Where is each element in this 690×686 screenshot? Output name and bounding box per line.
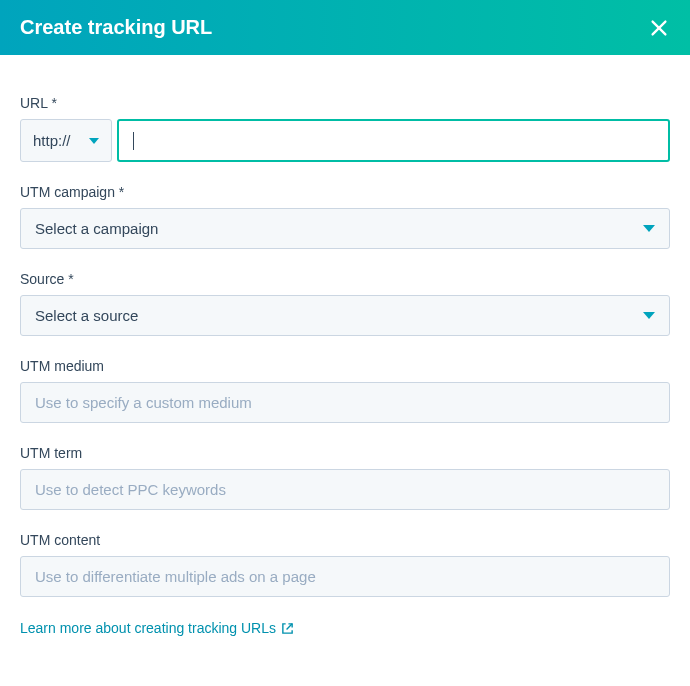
url-group: URL * http:// (20, 95, 670, 162)
url-input[interactable] (117, 119, 670, 162)
modal-header: Create tracking URL (0, 0, 690, 55)
svg-marker-2 (89, 138, 99, 144)
source-placeholder: Select a source (35, 307, 138, 324)
source-label: Source * (20, 271, 670, 287)
source-select[interactable]: Select a source (20, 295, 670, 336)
source-group: Source * Select a source (20, 271, 670, 336)
term-group: UTM term (20, 445, 670, 510)
protocol-value: http:// (33, 132, 71, 149)
campaign-group: UTM campaign * Select a campaign (20, 184, 670, 249)
protocol-select[interactable]: http:// (20, 119, 112, 162)
campaign-select[interactable]: Select a campaign (20, 208, 670, 249)
term-label: UTM term (20, 445, 670, 461)
form-container: URL * http:// UTM campaign * Select a ca… (0, 55, 690, 657)
medium-input[interactable] (20, 382, 670, 423)
close-icon[interactable] (648, 17, 670, 39)
url-row: http:// (20, 119, 670, 162)
campaign-label: UTM campaign * (20, 184, 670, 200)
chevron-down-icon (643, 225, 655, 232)
learn-more-link[interactable]: Learn more about creating tracking URLs (20, 620, 294, 636)
campaign-placeholder: Select a campaign (35, 220, 158, 237)
term-input[interactable] (20, 469, 670, 510)
svg-marker-3 (643, 225, 655, 232)
medium-label: UTM medium (20, 358, 670, 374)
chevron-down-icon (643, 312, 655, 319)
content-group: UTM content (20, 532, 670, 597)
chevron-down-icon (89, 138, 99, 144)
url-label: URL * (20, 95, 670, 111)
content-input[interactable] (20, 556, 670, 597)
svg-marker-4 (643, 312, 655, 319)
learn-more-text: Learn more about creating tracking URLs (20, 620, 276, 636)
content-label: UTM content (20, 532, 670, 548)
text-cursor (133, 132, 134, 150)
modal-title: Create tracking URL (20, 16, 212, 39)
external-link-icon (281, 622, 294, 635)
medium-group: UTM medium (20, 358, 670, 423)
svg-line-5 (287, 623, 293, 629)
